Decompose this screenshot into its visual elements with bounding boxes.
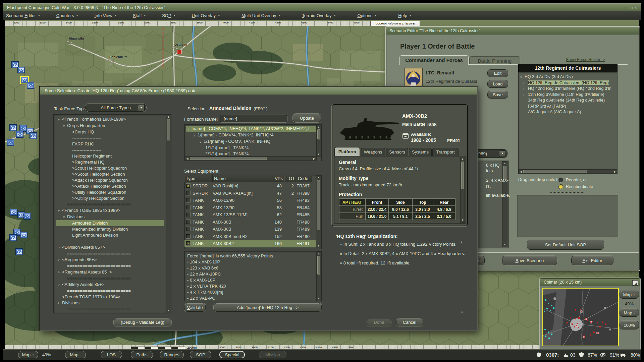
set-default-unit-sop-button[interactable]: Set Default Unit SOP <box>527 240 604 250</box>
minimap-zoom-full-button[interactable]: 100% <box>620 321 639 329</box>
update-button[interactable]: Update <box>293 114 321 122</box>
catalog-tree-item[interactable]: >>Attack Helicopter Section <box>56 183 164 189</box>
catalog-tree-item[interactable]: Mechanized Infantry Division <box>56 226 164 232</box>
menu-help[interactable]: Help▼ <box>395 11 415 20</box>
statusbar-button-special[interactable]: Special <box>219 351 245 358</box>
equipment-row[interactable]: ×SPRDRVAB Rasit[m]482FR387 <box>184 182 321 190</box>
roster-tree-item[interactable]: ›HQ 42nd Reg d'Infanterie (HQ 42nd Reg d… <box>519 86 617 92</box>
menu-multi-unit-overlay[interactable]: Multi-Unit Overlay▼ <box>238 11 284 20</box>
catalog-tree-item[interactable]: >Attack Helicopter Squadron <box>56 177 164 183</box>
edit-button[interactable]: Edit <box>487 69 508 77</box>
menu-counters[interactable]: Counters▼ <box>53 11 82 20</box>
menu-sop[interactable]: SOP▼ <box>159 11 179 20</box>
friendly-unit-counter[interactable] <box>19 125 27 132</box>
formation-tree-item[interactable]: 1/1/1/[name] - TANK*4 <box>186 145 316 151</box>
equipment-row[interactable]: TANKAMX-30B mod B2152FR490 <box>184 233 321 240</box>
window-control-minimize[interactable]: — <box>624 5 630 10</box>
roster-tree-item[interactable]: A/C Jaguar A (A/C Jaguar A) <box>519 109 617 115</box>
show-force-roster-link[interactable]: Show Force Roster -> <box>566 57 605 62</box>
formation-catalog-tree[interactable]: ∨<French Formations 1980-1989>∨Corps Hea… <box>53 114 171 313</box>
catalog-tree-item[interactable]: ><Division Assets 84-> <box>56 312 164 313</box>
divider-grip[interactable] <box>550 192 585 193</box>
window-control-maximize[interactable]: □ <box>630 5 635 10</box>
catalog-tree-item[interactable]: >>Utility Helicopter Section <box>56 195 164 201</box>
equipment-row[interactable]: TANKAMX-13/9056FR483 <box>184 197 321 204</box>
menu-options[interactable]: Options▼ <box>354 11 380 20</box>
vehicle-tab-sensors[interactable]: Sensors <box>386 148 408 156</box>
catalog-tree-item[interactable]: FARP RHC <box>56 141 164 147</box>
minimap-image[interactable] <box>542 288 619 346</box>
statusbar-button-mission[interactable]: Mission <box>259 351 286 358</box>
dropdown-arrow-icon[interactable]: ▼ <box>499 150 506 157</box>
vehicle-tabs[interactable]: PlatformWeaponsSensorsSystemsTransport <box>334 146 466 156</box>
roster-tree-item[interactable]: ›34th Reg d'Artillerie (34th Reg d'Artil… <box>519 98 617 104</box>
equipment-col-code[interactable]: Code <box>297 175 312 182</box>
catalog-tree-item[interactable]: ========================= <box>56 276 164 282</box>
catalog-tree-item[interactable]: -------------------- <box>56 135 164 141</box>
force-roster-tree[interactable]: ∨HQ 3rd Ar Div (3rd Ar Div)›HQ 12th Reg … <box>518 72 618 169</box>
vehicle-tab-transport[interactable]: Transport <box>432 148 459 156</box>
equipment-row[interactable]: ×TANKAMX-30B2166FR491 <box>184 240 321 247</box>
window-controls[interactable]: —□× <box>624 4 639 12</box>
catalog-tree-item[interactable]: ∨<French TO&E 1985 to 1989> <box>56 207 164 214</box>
tab-battle-planning[interactable]: Battle Planning <box>469 56 520 65</box>
save-scenario-button[interactable]: Save Scenario <box>502 256 557 265</box>
org-scroll-down-icon[interactable]: ▼ <box>461 311 464 314</box>
add-formation-button[interactable]: Add '[name]' to HQ 12th Reg => <box>214 303 322 312</box>
minimap-zoom-in-button[interactable]: Map + <box>620 291 639 299</box>
statusbar-button-map-[interactable]: Map + <box>18 351 38 358</box>
radio-resubordinate[interactable] <box>558 184 563 189</box>
drag-drop-radios[interactable]: Reorder, orResubordinate <box>558 177 615 191</box>
statusbar-button-ranges[interactable]: Ranges <box>160 351 184 358</box>
catalog-tree-item[interactable]: ∨Divisions <box>56 214 164 220</box>
equipment-table[interactable]: TypeNameVPsOTCode ×SPRDRVAB Rasit[m]482F… <box>184 175 322 249</box>
roster-tree-item[interactable]: ›FARP 3rd Ar (FARP) <box>519 104 617 110</box>
vehicle-tab-platform[interactable]: Platform <box>334 147 360 156</box>
catalog-tree-item[interactable]: ========================= <box>56 263 164 269</box>
equipment-row[interactable]: TANKAMX-30B139FR489 <box>184 226 321 233</box>
formation-hscrollbar[interactable]: ◀▶ <box>185 156 317 161</box>
statusbar-button-paths[interactable]: Paths <box>131 351 153 358</box>
equipment-row[interactable]: TANKAMX-13/9053FR484 <box>184 204 321 212</box>
catalog-tree-item[interactable]: ∨<French Formations 1980-1989> <box>56 116 164 123</box>
vehicle-vscrollbar[interactable]: ▲▼ <box>460 157 465 223</box>
fragment-vscrollbar[interactable]: ▲▼ <box>502 161 507 247</box>
statusbar-button-sop[interactable]: SOP <box>190 351 211 358</box>
menu-staff[interactable]: Staff▼ <box>129 11 149 20</box>
friendly-unit-counter[interactable] <box>15 248 23 255</box>
org-scroll-up-icon[interactable]: ▲ <box>460 240 463 244</box>
catalog-tree-item[interactable]: >Corps HQ <box>56 129 164 135</box>
catalog-tree-item[interactable]: ========================= <box>56 306 164 312</box>
roster-tree-item[interactable]: ∨HQ 3rd Ar Div (3rd Ar Div) <box>519 74 617 80</box>
catalog-tree-item[interactable]: ><Regimental Assets 85+> <box>56 269 164 276</box>
formation-structure-tree[interactable]: ∨[name] - COMV*4, INFHQ*4, TANK*2, APCW*… <box>184 124 322 161</box>
save-button[interactable]: Save <box>487 91 508 99</box>
vehicle-tab-systems[interactable]: Systems <box>409 148 432 156</box>
catalog-tree-item[interactable]: Light Armoured Division <box>56 232 164 238</box>
dropdown-arrow-icon[interactable]: ▼ <box>138 105 145 111</box>
minimap-zoom-out-button[interactable]: Map - <box>620 309 639 317</box>
equipment-col-name[interactable]: Name <box>213 175 269 182</box>
catalog-tree-item[interactable]: >Scout Helicopter Squadron <box>56 165 164 171</box>
vehicle-tab-weapons[interactable]: Weapons <box>361 148 385 156</box>
catalog-tree-item[interactable]: ========================= <box>56 251 164 257</box>
window-titlebar[interactable]: Flashpoint Campaigns Cold War - 3.0.0.98… <box>3 3 641 11</box>
roster-tree-item[interactable]: ›HQ 12th Reg de Cuirassiers (HQ 12th Reg… <box>519 80 617 86</box>
equipment-row[interactable]: TANKAMX-30B140FR488 <box>184 219 321 226</box>
menu-terrain-overlay[interactable]: Terrain Overlay▼ <box>299 11 339 20</box>
equipment-col-ot[interactable]: OT <box>284 175 297 182</box>
formation-vscrollbar[interactable]: ▲▼ <box>316 125 321 157</box>
catalog-tree-item[interactable]: -------------------- <box>56 147 164 153</box>
equipment-vscrollbar[interactable]: ▲▼ <box>316 175 321 248</box>
menu-unit-overlay[interactable]: Unit Overlay▼ <box>189 11 223 20</box>
minimap-detach-icon[interactable] <box>632 280 638 286</box>
menu-info-view[interactable]: Info View▼ <box>91 11 120 20</box>
formation-tree-item[interactable]: ∨1/[name] - COMV*4, TANK*2, INFHQ*4 <box>186 132 316 138</box>
roster-hscrollbar[interactable]: ◀▶ <box>518 169 618 174</box>
debug-validate-leg-button[interactable]: (Debug - Validate Leg) <box>114 318 171 326</box>
equipment-col-type[interactable]: Type <box>184 175 213 182</box>
catalog-tree-item[interactable]: ><Division Assets 85+> <box>56 244 164 251</box>
catalog-tree-item[interactable]: Helicopter Regiment <box>56 153 164 159</box>
friendly-unit-counter[interactable] <box>16 131 23 138</box>
friendly-unit-counter[interactable] <box>23 213 31 220</box>
